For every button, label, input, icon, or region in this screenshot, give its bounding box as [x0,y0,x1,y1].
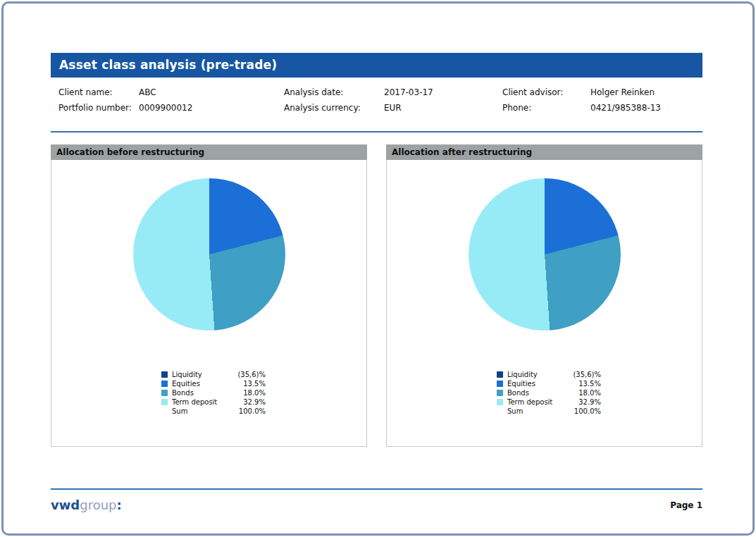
legend-label: Term deposit [507,397,570,407]
legend-value: 18.0% [235,388,266,397]
client-advisor-value: Holger Reinken [590,85,702,100]
footer-divider-line [51,488,702,490]
analysis-currency-label: Analysis currency: [284,100,384,116]
logo-text-group: group [80,498,116,512]
legend-value: 100.0% [235,407,266,416]
report-content: Asset class analysis (pre-trade) Client … [51,4,702,514]
legend-row: Sum 100.0% [161,407,266,416]
logo-text-colon: : [117,498,122,512]
legend-label: Liquidity [507,370,570,379]
legend-label: Bonds [507,388,570,397]
phone-value: 0421/985388-13 [590,100,702,116]
chart-panels: Allocation before restructuring Liquidit… [51,144,702,447]
legend-swatch-term-deposit [497,399,503,405]
legend-label: Equities [172,379,235,388]
report-title-bar: Asset class analysis (pre-trade) [51,53,702,78]
legend-after: Liquidity (35,6)% Equities 13.5% Bonds 1… [497,370,601,416]
legend-row: Liquidity (35,6)% [161,370,266,379]
client-info-block: Client name: ABC Analysis date: 2017-03-… [51,85,702,116]
panel-allocation-before: Allocation before restructuring Liquidit… [51,144,367,447]
portfolio-number-value: 0009900012 [139,100,284,116]
analysis-currency-value: EUR [384,100,502,116]
client-info-row: Client name: ABC Analysis date: 2017-03-… [51,85,702,100]
pie-chart-before [133,178,285,331]
page-number: Page 1 [670,500,702,510]
panel-title: Allocation before restructuring [56,147,204,157]
legend-row: Liquidity (35,6)% [497,370,601,379]
legend-value: 100.0% [570,407,601,416]
legend-row: Term deposit 32.9% [497,397,601,407]
legend-swatch-sum [497,408,503,414]
logo-text-vwd: vwd [51,498,80,512]
legend-row: Equities 13.5% [161,379,266,388]
panel-body-after: Liquidity (35,6)% Equities 13.5% Bonds 1… [386,160,702,447]
legend-swatch-bonds [497,390,503,396]
client-advisor-label: Client advisor: [502,85,590,100]
pie-chart-after [469,178,621,331]
legend-label: Equities [507,379,570,388]
legend-row: Term deposit 32.9% [161,397,266,407]
phone-label: Phone: [502,100,590,116]
legend-value: 13.5% [570,379,601,388]
panel-body-before: Liquidity (35,6)% Equities 13.5% Bonds 1… [51,160,367,447]
legend-value: 18.0% [570,388,601,397]
legend-label: Bonds [172,388,235,397]
panel-allocation-after: Allocation after restructuring Liquidity… [386,144,702,447]
portfolio-number-label: Portfolio number: [58,100,139,116]
legend-swatch-sum [161,408,168,414]
legend-swatch-equities [497,381,503,387]
vwd-group-logo: vwdgroup: [51,497,122,514]
legend-value: (35,6)% [570,370,601,379]
panel-header-after: Allocation after restructuring [386,144,702,160]
client-name-value: ABC [139,85,284,100]
panel-title: Allocation after restructuring [392,147,532,157]
legend-swatch-liquidity [161,371,168,378]
client-name-label: Client name: [58,85,139,100]
legend-value: 32.9% [235,397,266,407]
legend-label: Term deposit [172,397,235,407]
legend-value: 13.5% [235,379,266,388]
legend-swatch-term-deposit [161,399,168,405]
legend-label: Sum [507,407,570,416]
page-footer: vwdgroup: Page 1 [51,497,702,514]
legend-value: (35,6)% [235,370,266,379]
legend-swatch-liquidity [497,371,503,378]
legend-label: Liquidity [172,370,235,379]
analysis-date-value: 2017-03-17 [384,85,502,100]
legend-swatch-equities [161,381,168,387]
legend-swatch-bonds [161,390,168,396]
client-info-row: Portfolio number: 0009900012 Analysis cu… [51,100,702,116]
legend-row: Bonds 18.0% [497,388,601,397]
legend-row: Equities 13.5% [497,379,601,388]
legend-value: 32.9% [570,397,601,407]
legend-row: Sum 100.0% [497,407,601,416]
analysis-date-label: Analysis date: [284,85,384,100]
page-title: Asset class analysis (pre-trade) [59,58,277,72]
panel-header-before: Allocation before restructuring [51,144,367,160]
legend-row: Bonds 18.0% [161,388,266,397]
legend-before: Liquidity (35,6)% Equities 13.5% Bonds 1… [161,370,266,416]
page-frame: Asset class analysis (pre-trade) Client … [1,1,755,536]
divider-line [51,131,702,132]
legend-label: Sum [172,407,235,416]
